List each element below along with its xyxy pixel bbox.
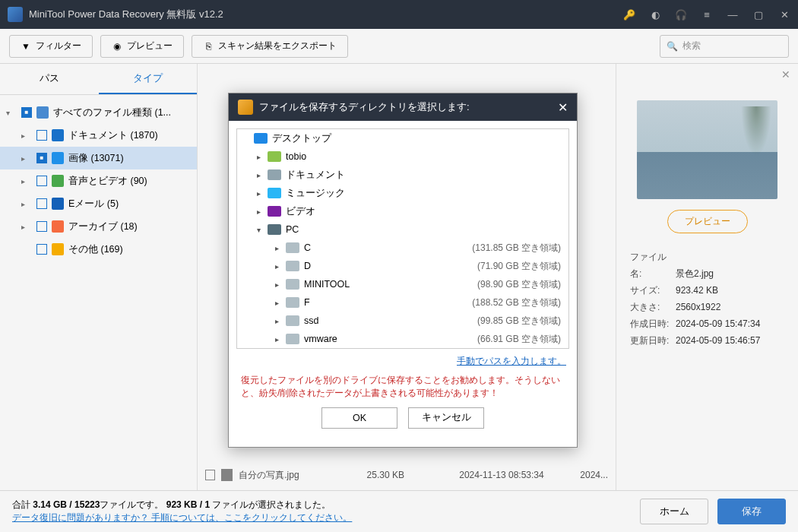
directory-item[interactable]: ▸tobio — [237, 147, 568, 166]
directory-item[interactable]: ▸ドキュメント — [237, 166, 568, 184]
modal-cancel-button[interactable]: キャンセル — [408, 407, 484, 429]
directory-name: ミュージック — [286, 187, 561, 200]
chevron-icon[interactable]: ▸ — [275, 280, 286, 289]
chevron-icon[interactable]: ▸ — [275, 244, 286, 252]
directory-name: デスクトップ — [272, 132, 561, 145]
drive-icon — [268, 188, 281, 198]
directory-item[interactable]: ▸F(188.52 GB 空き領域) — [237, 293, 568, 312]
directory-name: ssd — [304, 315, 477, 326]
directory-item[interactable]: ▸ビデオ — [237, 202, 568, 220]
drive-icon — [286, 334, 299, 344]
chevron-icon[interactable]: ▸ — [257, 207, 268, 216]
directory-freespace: (98.90 GB 空き領域) — [477, 278, 568, 291]
directory-name: MINITOOL — [304, 279, 477, 290]
directory-item[interactable]: ▸ミュージック — [237, 184, 568, 202]
directory-item[interactable]: デスクトップ — [237, 129, 568, 147]
directory-item[interactable]: ▸C(131.85 GB 空き領域) — [237, 239, 568, 257]
drive-icon — [254, 133, 268, 144]
directory-tree: デスクトップ▸tobio▸ドキュメント▸ミュージック▸ビデオ▾PC▸C(131.… — [236, 128, 569, 349]
drive-icon — [268, 224, 281, 235]
directory-item[interactable]: ▾PC — [237, 220, 568, 239]
directory-name: C — [304, 242, 472, 253]
chevron-icon[interactable]: ▸ — [257, 189, 268, 198]
directory-name: ビデオ — [286, 205, 561, 218]
drive-icon — [268, 169, 281, 180]
directory-item[interactable]: ▸D(71.90 GB 空き領域) — [237, 257, 568, 275]
chevron-icon[interactable]: ▸ — [275, 262, 286, 271]
modal-title: ファイルを保存するディレクトリを選択します: — [259, 100, 558, 114]
directory-name: PC — [286, 224, 561, 235]
directory-freespace: (188.52 GB 空き領域) — [472, 296, 568, 309]
directory-name: tobio — [286, 151, 561, 162]
directory-name: F — [304, 297, 472, 308]
modal-close-icon[interactable]: ✕ — [558, 100, 568, 115]
chevron-icon[interactable]: ▸ — [275, 335, 286, 344]
directory-name: D — [304, 261, 477, 271]
save-directory-modal: ファイルを保存するディレクトリを選択します: ✕ デスクトップ▸tobio▸ドキ… — [228, 93, 578, 448]
modal-logo-icon — [238, 100, 253, 115]
drive-icon — [286, 242, 299, 253]
directory-freespace: (99.85 GB 空き領域) — [477, 315, 568, 328]
directory-freespace: (66.91 GB 空き領域) — [477, 333, 568, 346]
drive-icon — [286, 297, 299, 308]
modal-ok-button[interactable]: OK — [321, 407, 397, 429]
drive-icon — [286, 315, 299, 326]
directory-item[interactable]: ▸MINITOOL(98.90 GB 空き領域) — [237, 275, 568, 293]
warning-text: 復元したファイルを別のドライブに保存することをお勧めします。そうしないと、紛失/… — [236, 371, 569, 407]
drive-icon — [286, 261, 299, 271]
chevron-icon[interactable]: ▾ — [257, 226, 268, 234]
directory-freespace: (71.90 GB 空き領域) — [477, 260, 568, 273]
drive-icon — [268, 206, 281, 217]
chevron-icon[interactable]: ▸ — [275, 299, 286, 307]
directory-item[interactable]: ▸vmware(66.91 GB 空き領域) — [237, 330, 568, 348]
directory-item[interactable]: ▸ssd(99.85 GB 空き領域) — [237, 312, 568, 330]
directory-freespace: (131.85 GB 空き領域) — [472, 242, 568, 255]
drive-icon — [286, 279, 299, 290]
directory-name: ドキュメント — [286, 169, 561, 182]
chevron-icon[interactable]: ▸ — [257, 171, 268, 179]
chevron-icon[interactable]: ▸ — [257, 153, 268, 161]
drive-icon — [268, 151, 281, 162]
directory-name: vmware — [304, 334, 477, 344]
manual-path-link[interactable]: 手動でパスを入力します。 — [457, 356, 566, 366]
chevron-icon[interactable]: ▸ — [275, 317, 286, 325]
